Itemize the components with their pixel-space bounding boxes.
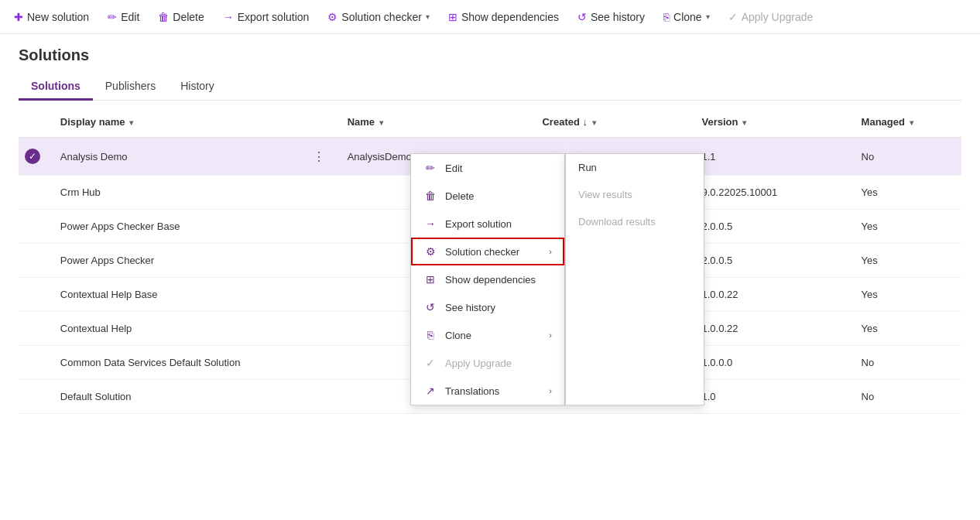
submenu-item-label: View results: [578, 189, 632, 200]
apply-upgrade-button[interactable]: ✓ Apply Upgrade: [721, 6, 821, 28]
solution-checker-button[interactable]: ⚙ Solution checker ▾: [320, 6, 437, 28]
submenu: RunView resultsDownload results: [565, 153, 704, 405]
col-header-check: [19, 107, 54, 138]
managed-cell: No: [855, 138, 961, 176]
chevron-down-icon: ▾: [706, 12, 710, 21]
col-header-name[interactable]: Name ▾: [341, 107, 536, 138]
menu-item-label: Translations: [445, 385, 499, 397]
row-dots-cell[interactable]: ⋮: [302, 138, 341, 176]
managed-cell: Yes: [855, 210, 961, 244]
version-cell: 2.0.0.5: [696, 244, 855, 278]
toolbar: ✚ New solution ✏ Edit 🗑 Delete → Export …: [0, 0, 980, 34]
tab-history[interactable]: History: [168, 74, 227, 101]
apply-upgrade-icon: ✓: [423, 357, 437, 369]
solution-checker-icon: ⚙: [423, 245, 437, 258]
row-dots-cell[interactable]: [302, 210, 341, 244]
context-menu-item-clone[interactable]: ⎘Clone›: [411, 321, 564, 349]
context-menu-item-delete[interactable]: 🗑Delete: [411, 182, 564, 210]
version-cell: 1.0.0.22: [696, 278, 855, 312]
submenu-item-label: Download results: [578, 216, 656, 228]
context-menu-item-apply-upgrade: ✓Apply Upgrade: [411, 349, 564, 377]
row-dots-cell[interactable]: [302, 380, 341, 414]
version-cell: 1.1: [696, 138, 855, 176]
col-header-version[interactable]: Version ▾: [696, 107, 855, 138]
version-cell: 1.0.0.0: [696, 346, 855, 380]
sort-icon: ▾: [592, 118, 596, 127]
edit-icon: ✏: [423, 162, 437, 174]
table-header-row: Display name ▾ Name ▾ Created ↓ ▾ Versio…: [19, 107, 961, 138]
context-menu-item-solution-checker[interactable]: ⚙Solution checker›: [411, 238, 564, 265]
row-dots-cell[interactable]: [302, 176, 341, 210]
col-header-managed[interactable]: Managed ▾: [855, 107, 961, 138]
sort-icon: ▾: [910, 118, 913, 127]
export-icon: →: [223, 11, 234, 23]
tab-solutions[interactable]: Solutions: [19, 74, 93, 101]
menu-item-label: Solution checker: [445, 246, 519, 258]
menu-item-label: Apply Upgrade: [445, 358, 512, 369]
delete-button[interactable]: 🗑 Delete: [150, 6, 211, 28]
row-checkbox-cell: [19, 176, 54, 210]
history-icon: ↺: [577, 11, 587, 23]
row-dots-cell[interactable]: [302, 346, 341, 380]
submenu-item-view-results: View results: [566, 181, 704, 208]
context-menu-item-edit[interactable]: ✏Edit: [411, 154, 564, 182]
edit-button[interactable]: ✏ Edit: [100, 6, 147, 28]
sort-icon: ▾: [129, 118, 133, 127]
row-dots-cell[interactable]: [302, 278, 341, 312]
sort-icon: ▾: [742, 118, 746, 127]
clone-button[interactable]: ⎘ Clone ▾: [656, 6, 718, 28]
version-cell: 9.0.22025.10001: [696, 176, 855, 210]
export-solution-button[interactable]: → Export solution: [215, 6, 317, 28]
new-solution-button[interactable]: ✚ New solution: [6, 6, 97, 28]
context-menu: ✏Edit🗑Delete→Export solution⚙Solution ch…: [410, 153, 565, 405]
context-menu-item-export-solution[interactable]: →Export solution: [411, 210, 564, 238]
version-cell: 1.0: [696, 380, 855, 414]
tabs-container: Solutions Publishers History: [19, 74, 961, 101]
translations-icon: ↗: [423, 385, 437, 397]
col-header-created[interactable]: Created ↓ ▾: [536, 107, 695, 138]
row-checkbox[interactable]: ✓: [25, 149, 40, 164]
context-menu-item-translations[interactable]: ↗Translations›: [411, 377, 564, 405]
new-solution-icon: ✚: [14, 11, 23, 23]
display-name-cell: Power Apps Checker Base: [54, 210, 303, 244]
row-checkbox-cell: [19, 380, 54, 414]
chevron-right-icon: ›: [549, 386, 552, 395]
tab-publishers[interactable]: Publishers: [93, 74, 168, 101]
display-name-cell: Contextual Help Base: [54, 278, 303, 312]
show-dependencies-button[interactable]: ⊞ Show dependencies: [440, 6, 567, 28]
context-menu-item-show-dependencies[interactable]: ⊞Show dependencies: [411, 265, 564, 293]
dependencies-icon: ⊞: [448, 11, 457, 23]
col-header-display-name[interactable]: Display name ▾: [54, 107, 303, 138]
page-header: Solutions Solutions Publishers History: [0, 34, 980, 101]
row-checkbox-cell: [19, 278, 54, 312]
page-title: Solutions: [19, 46, 961, 64]
display-name-cell: Power Apps Checker: [54, 244, 303, 278]
chevron-right-icon: ›: [549, 247, 552, 256]
menu-item-label: Delete: [445, 190, 475, 202]
row-dots-cell[interactable]: [302, 312, 341, 346]
apply-upgrade-icon: ✓: [728, 11, 738, 23]
row-checkbox-cell: [19, 312, 54, 346]
submenu-item-download-results: Download results: [566, 208, 704, 235]
managed-cell: Yes: [855, 312, 961, 346]
version-cell: 1.0.0.22: [696, 312, 855, 346]
menu-item-label: See history: [445, 302, 495, 313]
solution-checker-icon: ⚙: [327, 11, 338, 23]
context-menu-item-see-history[interactable]: ↺See history: [411, 293, 564, 321]
delete-icon: 🗑: [158, 11, 169, 23]
chevron-right-icon: ›: [549, 330, 552, 340]
display-name-cell: Crm Hub: [54, 176, 303, 210]
see-history-button[interactable]: ↺ See history: [570, 6, 653, 28]
row-dots-cell[interactable]: [302, 244, 341, 278]
export-icon: →: [423, 217, 437, 230]
managed-cell: Yes: [855, 176, 961, 210]
version-cell: 2.0.0.5: [696, 210, 855, 244]
managed-cell: Yes: [855, 278, 961, 312]
row-context-menu-button[interactable]: ⋮: [308, 149, 330, 165]
submenu-item-run[interactable]: Run: [566, 154, 704, 181]
submenu-item-label: Run: [578, 162, 597, 173]
row-checkbox-cell: [19, 244, 54, 278]
menu-item-label: Clone: [445, 330, 471, 341]
main-content: Display name ▾ Name ▾ Created ↓ ▾ Versio…: [0, 107, 980, 414]
display-name-cell: Analysis Demo: [54, 138, 303, 176]
